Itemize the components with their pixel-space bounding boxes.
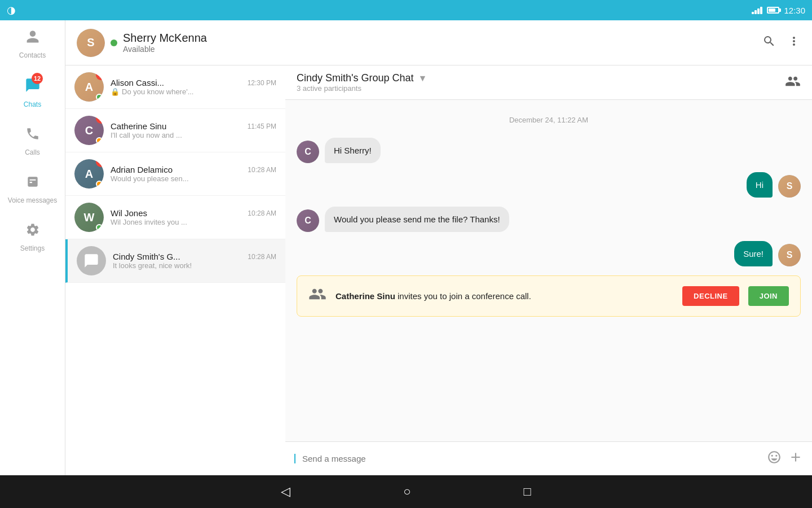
alison-online-dot <box>96 94 103 100</box>
chat-item-wil[interactable]: W Wil Jones 10:28 AM Wil Jones invites y… <box>65 196 285 239</box>
chat-avatar-alison: A 2 <box>74 72 104 102</box>
user-avatar-image: S <box>77 29 105 57</box>
catherine-chat-body: Catherine Sinu 11:45 PM I'll call you no… <box>111 121 276 139</box>
adrian-preview-text: Would you please sen... <box>111 174 189 183</box>
wil-name: Wil Jones <box>111 208 147 218</box>
sidebar-item-chats[interactable]: 12 Chats <box>0 68 65 117</box>
chat-main: Cindy Smith's Group Chat ▼ 3 active part… <box>285 65 812 475</box>
alison-preview-text: Do you know where'... <box>122 87 194 96</box>
signal-icon <box>752 7 762 14</box>
lock-icon: 🔒 <box>111 87 120 96</box>
chat-item-adrian[interactable]: A 2 Adrian Delamico 10:28 AM Would you p… <box>65 152 285 196</box>
chat-item-catherine[interactable]: C 2 Catherine Sinu 11:45 PM I'll call yo… <box>65 109 285 152</box>
chat-title-dropdown[interactable]: ▼ <box>418 73 427 84</box>
alison-chat-body: Alison Cassi... 12:30 PM 🔒 Do you know w… <box>111 78 276 96</box>
header-actions <box>762 34 801 51</box>
settings-label: Settings <box>20 244 45 252</box>
chat-main-title-area: Cindy Smith's Group Chat ▼ 3 active part… <box>297 72 427 93</box>
cindy-chat-body: Cindy Smith's G... 10:28 AM It looks gre… <box>113 252 276 270</box>
settings-icon <box>25 222 40 241</box>
more-options-button[interactable] <box>787 34 801 51</box>
conference-inviter: Catherine Sinu <box>336 291 395 301</box>
conference-invite-text: Catherine Sinu invites you to join a con… <box>336 291 673 301</box>
msg3-text: Would you please send me the file? Thank… <box>334 214 500 224</box>
emoji-button[interactable] <box>767 450 782 468</box>
adrian-name: Adrian Delamico <box>111 165 173 174</box>
wil-online-dot <box>96 224 103 231</box>
sidebar-item-contacts[interactable]: Contacts <box>0 20 65 68</box>
cindy-time: 10:28 AM <box>248 253 276 261</box>
user-avatar: S <box>77 29 105 57</box>
voice-messages-icon <box>25 174 40 193</box>
recent-button[interactable]: □ <box>524 484 531 499</box>
msg4-avatar: S <box>778 244 801 266</box>
sidebar-item-settings[interactable]: Settings <box>0 213 65 261</box>
messages-area: December 24, 11:22 AM C Hi Sherry! <box>285 100 812 441</box>
message-input[interactable] <box>294 454 760 463</box>
catherine-preview: I'll call you now and ... <box>111 131 276 139</box>
wil-chat-body: Wil Jones 10:28 AM Wil Jones invites you… <box>111 208 276 226</box>
msg1-bubble: Hi Sherry! <box>325 138 381 163</box>
back-button[interactable]: ◁ <box>281 484 290 499</box>
catherine-online-dot <box>96 137 103 144</box>
msg3-avatar: C <box>297 209 319 232</box>
calls-icon <box>25 126 40 145</box>
sidebar-item-calls[interactable]: Calls <box>0 117 65 165</box>
alison-name: Alison Cassi... <box>111 78 164 87</box>
message-row-3: C Would you please send me the file? Tha… <box>297 207 801 232</box>
chat-subtitle: 3 active participants <box>297 84 427 93</box>
chat-title: Cindy Smith's Group Chat <box>297 72 414 84</box>
msg1-text: Hi Sherry! <box>334 146 372 155</box>
adrian-chat-header: Adrian Delamico 10:28 AM <box>111 165 276 174</box>
alison-chat-header: Alison Cassi... 12:30 PM <box>111 78 276 87</box>
message-row-1: C Hi Sherry! <box>297 138 801 163</box>
conference-icon <box>308 285 326 307</box>
msg2-text: Hi <box>756 180 764 190</box>
msg1-avatar-image: C <box>297 141 319 163</box>
chat-avatar-adrian: A 2 <box>74 159 104 189</box>
cindy-name: Cindy Smith's G... <box>113 252 180 261</box>
conference-invite-suffix: invites you to join a conference call. <box>395 291 531 301</box>
right-body: A 2 Alison Cassi... 12:30 PM 🔒 Do y <box>65 65 812 475</box>
join-button[interactable]: JOIN <box>748 286 789 306</box>
chat-item-alison[interactable]: A 2 Alison Cassi... 12:30 PM 🔒 Do y <box>65 65 285 109</box>
chat-main-header: Cindy Smith's Group Chat ▼ 3 active part… <box>285 65 812 100</box>
right-column: S Sherry McKenna Available <box>65 20 812 475</box>
msg2-avatar: S <box>778 175 801 198</box>
android-nav-bar: ◁ ○ □ <box>0 475 812 508</box>
chat-item-cindy[interactable]: Cindy Smith's G... 10:28 AM It looks gre… <box>65 239 285 283</box>
wil-preview-text: Wil Jones invites you ... <box>111 218 187 226</box>
contacts-label: Contacts <box>19 51 46 59</box>
chats-badge: 12 <box>32 73 43 84</box>
search-button[interactable] <box>762 34 776 51</box>
chats-label: Chats <box>24 100 41 108</box>
wil-chat-header: Wil Jones 10:28 AM <box>111 208 276 218</box>
time-display: 12:30 <box>784 6 805 15</box>
status-bar: ◑ 12:30 <box>0 0 812 20</box>
add-attachment-button[interactable] <box>788 450 803 468</box>
catherine-name: Catherine Sinu <box>111 121 166 131</box>
decline-button[interactable]: DECLINE <box>682 286 739 306</box>
home-button[interactable]: ○ <box>403 484 411 499</box>
app-logo-icon: ◑ <box>7 4 16 16</box>
user-status-dot <box>111 40 117 46</box>
adrian-preview: Would you please sen... <box>111 174 276 183</box>
catherine-chat-header: Catherine Sinu 11:45 PM <box>111 121 276 131</box>
message-input-area <box>285 441 812 475</box>
catherine-time: 11:45 PM <box>248 122 276 130</box>
sidebar-item-voice-messages[interactable]: Voice messages <box>0 165 65 213</box>
user-status: Available <box>123 45 762 54</box>
chat-avatar-cindy-group <box>77 246 106 275</box>
participants-button[interactable] <box>785 73 801 92</box>
msg4-bubble: Sure! <box>734 241 773 266</box>
status-bar-right: 12:30 <box>752 6 805 15</box>
msg4-text: Sure! <box>743 249 764 259</box>
message-row-2: Hi S <box>297 172 801 198</box>
calls-label: Calls <box>25 148 40 156</box>
conference-invite: Catherine Sinu invites you to join a con… <box>297 275 801 317</box>
wil-preview: Wil Jones invites you ... <box>111 218 276 226</box>
msg2-bubble: Hi <box>747 172 773 198</box>
cindy-preview: It looks great, nice work! <box>113 261 276 270</box>
msg3-bubble: Would you please send me the file? Thank… <box>325 207 509 232</box>
wil-time: 10:28 AM <box>248 209 276 217</box>
